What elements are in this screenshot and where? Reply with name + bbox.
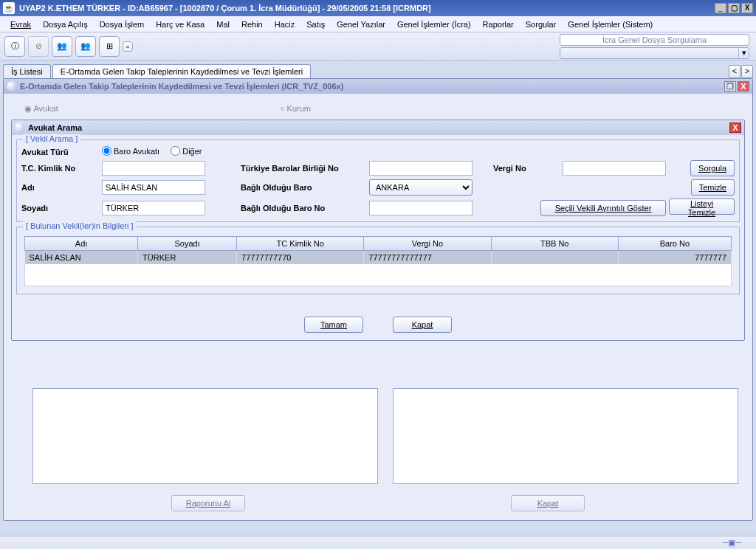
col-baro[interactable]: Baro No xyxy=(618,237,731,251)
raporunu-al-button[interactable]: Raporunu Al xyxy=(171,495,245,511)
input-vergi[interactable] xyxy=(563,161,666,176)
label-soyadi: Soyadı xyxy=(21,204,99,213)
col-tc[interactable]: TC Kimlik No xyxy=(237,237,364,251)
kapat2-button[interactable]: Kapat xyxy=(511,495,585,511)
select-bagli-baro[interactable]: ANKARA xyxy=(369,179,472,196)
window-titlebar: ☕ UYAP2 K.ETHEM TÜRKER - ID:AB65967 - [1… xyxy=(0,0,756,16)
col-adi[interactable]: Adı xyxy=(25,237,138,251)
lower-panels xyxy=(32,388,738,484)
tab-next-button[interactable]: > xyxy=(741,65,753,78)
dialog-orb-icon xyxy=(15,122,25,133)
sorgula-button[interactable]: Sorgula xyxy=(690,160,735,176)
kapat-button[interactable]: Kapat xyxy=(393,317,452,333)
lower-panel-right xyxy=(393,388,738,484)
results-table[interactable]: Adı Soyadı TC Kimlik No Vergi No TBB No … xyxy=(24,236,732,264)
toolbar-btn-info[interactable]: ⓘ xyxy=(4,36,25,57)
menu-evrak[interactable]: Evrak xyxy=(4,18,37,30)
toolbar-search-combo[interactable]: ▾ xyxy=(560,47,749,59)
vekil-arama-fieldset: [ Vekil Arama ] Avukat Türü Baro Avukatı… xyxy=(16,139,740,222)
internal-window-header: E-Ortamda Gelen Takip Taleplerinin Kayde… xyxy=(4,79,752,94)
java-icon: ☕ xyxy=(3,2,15,14)
radio-avukat[interactable]: ◉ Avukat xyxy=(24,104,58,114)
toolbar-btn-calc[interactable]: ⊞ xyxy=(99,36,120,57)
status-bar: ─▣─ xyxy=(0,536,756,549)
bulunan-vekil-fieldset: [ Bulunan Vekil(ler)in Bilgileri ] Adı S… xyxy=(16,227,740,294)
toolbar-btn-small[interactable]: ▫ xyxy=(123,41,133,52)
menu-bar: Evrak Dosya Açılış Dosya İşlem Harç ve K… xyxy=(0,16,756,32)
tab-prev-button[interactable]: < xyxy=(729,65,740,78)
window-title: UYAP2 K.ETHEM TÜRKER - ID:AB65967 - [100… xyxy=(19,4,431,13)
toolbar-search-label: İcra Genel Dosya Sorgulama xyxy=(560,34,749,46)
col-tbb[interactable]: TBB No xyxy=(491,237,618,251)
input-tbb[interactable] xyxy=(369,161,472,176)
internal-close-button[interactable]: X xyxy=(738,81,749,92)
radio-baro-avukati[interactable]: Baro Avukatı xyxy=(102,146,159,156)
avukat-arama-dialog: Avukat Arama X [ Vekil Arama ] Avukat Tü… xyxy=(11,120,745,341)
temizle-button[interactable]: Temizle xyxy=(691,179,735,196)
secili-goster-button[interactable]: Seçili Vekili Ayrıntılı Göster xyxy=(540,200,666,216)
menu-dosya-acilis[interactable]: Dosya Açılış xyxy=(37,18,94,30)
menu-haciz[interactable]: Haciz xyxy=(269,18,301,30)
menu-dosya-islem[interactable]: Dosya İşlem xyxy=(94,18,151,30)
menu-mal[interactable]: Mal xyxy=(210,18,236,30)
tab-bar: İş Listesi E-Ortamda Gelen Takip Taleple… xyxy=(0,61,756,78)
toolbar: ⓘ ⊘ 👥 👥 ⊞ ▫ İcra Genel Dosya Sorgulama ▾ xyxy=(0,32,756,61)
label-bagli-baro-no: Bağlı Olduğu Baro No xyxy=(241,204,366,213)
menu-genel-islemler-icra[interactable]: Genel İşlemler (İcra) xyxy=(391,18,477,30)
label-avukat-turu: Avukat Türü xyxy=(21,148,99,156)
toolbar-btn-users1[interactable]: 👥 xyxy=(52,36,72,57)
input-soyadi[interactable] xyxy=(102,201,205,215)
radio-kurum[interactable]: ○ Kurum xyxy=(280,104,311,114)
minimize-button[interactable]: _ xyxy=(715,3,726,13)
dialog-title: Avukat Arama xyxy=(28,123,82,132)
dialog-close-button[interactable]: X xyxy=(729,122,741,133)
menu-sorgular[interactable]: Sorgular xyxy=(520,18,563,30)
internal-restore-button[interactable]: ❐ xyxy=(724,81,736,92)
content-area: E-Ortamda Gelen Takip Taleplerinin Kayde… xyxy=(0,78,756,549)
input-adi[interactable] xyxy=(102,180,205,195)
input-tc[interactable] xyxy=(102,161,205,176)
bulunan-vekil-legend: [ Bulunan Vekil(ler)in Bilgileri ] xyxy=(23,221,137,230)
label-tc: T.C. Kimlik No xyxy=(21,164,99,173)
source-type-radios: ◉ Avukat ○ Kurum xyxy=(10,100,746,118)
menu-satis[interactable]: Satış xyxy=(300,18,331,30)
label-tbb: Türkiye Barolar Birliği No xyxy=(241,164,366,173)
label-bagli-baro: Bağlı Olduğu Baro xyxy=(241,183,366,192)
label-adi: Adı xyxy=(21,183,99,192)
lower-panel-left xyxy=(32,388,378,484)
tamam-button[interactable]: Tamam xyxy=(304,317,363,333)
col-vergi[interactable]: Vergi No xyxy=(364,237,491,251)
menu-genel-yazilar[interactable]: Genel Yazılar xyxy=(331,18,391,30)
vekil-arama-legend: [ Vekil Arama ] xyxy=(23,134,80,143)
menu-rehin[interactable]: Rehin xyxy=(236,18,269,30)
window-orb-icon xyxy=(7,81,17,92)
input-bagli-baro-no[interactable] xyxy=(369,201,472,215)
label-vergi: Vergi No xyxy=(493,164,560,173)
menu-genel-islemler-sistem[interactable]: Genel İşlemler (Sistem) xyxy=(562,18,659,30)
toolbar-btn-users2[interactable]: 👥 xyxy=(75,36,96,57)
chevron-down-icon: ▾ xyxy=(738,48,749,58)
menu-raporlar[interactable]: Raporlar xyxy=(477,18,520,30)
tab-is-listesi[interactable]: İş Listesi xyxy=(3,64,51,78)
radio-diger[interactable]: Diğer xyxy=(171,146,202,156)
tab-eortam[interactable]: E-Ortamda Gelen Takip Taleplerinin Kayde… xyxy=(52,64,311,78)
network-icon: ─▣─ xyxy=(722,538,741,548)
toolbar-btn-cancel[interactable]: ⊘ xyxy=(28,36,49,57)
table-row[interactable]: SALİH ASLAN TÜRKER 77777777770 777777777… xyxy=(25,251,732,265)
close-button[interactable]: X xyxy=(741,3,753,13)
internal-window-title: E-Ortamda Gelen Takip Taleplerinin Kayde… xyxy=(20,82,343,91)
listeyi-temizle-button[interactable]: Listeyi Temizle xyxy=(669,198,735,215)
maximize-button[interactable]: ▢ xyxy=(728,3,740,13)
col-soyadi[interactable]: Soyadı xyxy=(138,237,237,251)
menu-harc-kasa[interactable]: Harç ve Kasa xyxy=(150,18,210,30)
